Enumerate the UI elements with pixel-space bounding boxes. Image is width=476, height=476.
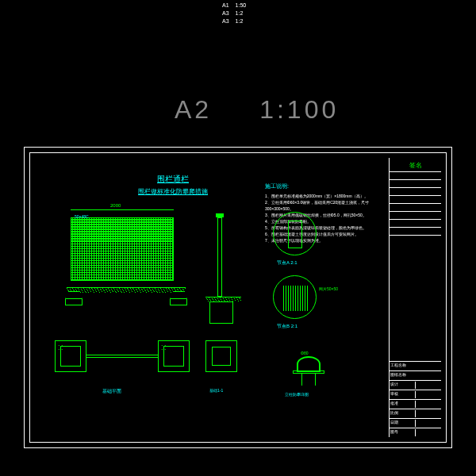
tb-number: 图号 [390,429,416,436]
post-body [217,217,222,297]
tb-approve: 批准 [390,401,416,408]
post-cap-detail: Φ80 立柱防攀详图 [281,352,336,400]
fence-elevation: 2000 50×48C [59,217,186,321]
detail-b-circle [273,275,317,319]
paper-scale-legend: A11:50 A31:2 A31:2 [222,2,246,25]
tb-date: 日期 [390,420,416,427]
plan-label: 基础平面 [102,388,121,395]
post-footing-plan [205,340,237,372]
title-main: 围栏通栏 [138,174,208,185]
foundation-plan: ∘ ∘∘ ∘ ∘ ∘∘ ∘ 基础平面 [55,340,190,404]
drawing-frame-outer: 围栏通栏 围栏做标准化防攀爬措施 施工说明: 1、围栏单元标准规格为2000mm… [24,147,452,448]
titleblock-header: 签名 [390,158,441,172]
cap-dome-inner [298,358,319,370]
tb-row [390,228,441,236]
legend-scale: 1:50 [236,2,247,10]
detail-a-circle [273,212,317,255]
titleblock: 签名 工程名称 图纸名称 设计 审核 批准 比例 日期 图号 [389,158,441,437]
detail-b-mesh [283,286,309,311]
tb-row [390,204,441,212]
footing-plan-right: ∘ ∘∘ ∘ [158,340,190,372]
drawing-title: 围栏通栏 围栏做标准化防攀爬措施 [138,174,208,196]
sheet-indicator: A21:100 [175,95,339,125]
footing-plan-left: ∘ ∘∘ ∘ [55,340,86,372]
drawing-canvas: 围栏通栏 围栏做标准化防攀爬措施 施工说明: 1、围栏单元标准规格为2000mm… [35,158,389,437]
legend-size: A3 [222,10,229,17]
detail-a-label: 节点A 2:1 [277,259,298,267]
titleblock-lower: 工程名称 图纸名称 设计 审核 批准 比例 日期 图号 [390,361,441,437]
tb-row [390,220,441,228]
sheet-scale-value: 1:100 [259,95,339,124]
dimension-span: 2000 [110,203,121,208]
tb-project: 工程名称 [390,361,441,370]
tb-row [390,180,441,188]
drawing-frame-inner: 围栏通栏 围栏做标准化防攀爬措施 施工说明: 1、围栏单元标准规格为2000mm… [29,152,447,443]
dimension-inner: 50×48C [75,214,89,219]
footing-left [65,291,83,307]
title-sub: 围栏做标准化防攀爬措施 [138,187,208,196]
tb-drawing: 图纸名称 [390,370,441,380]
tb-check: 审核 [390,391,416,398]
tb-row [390,172,441,180]
note-item: 2、立柱采用Φ60×3.0钢管，基础采用C20混凝土浇筑，尺寸300×300×5… [265,199,386,212]
note-item: 1、围栏单元标准规格为2000mm（宽）×1800mm（高）。 [265,193,386,199]
notes-header: 施工说明: [265,182,386,190]
post-section [202,217,241,352]
tb-scale: 比例 [390,410,416,417]
cap-pipe [301,374,316,386]
ground-hatch [67,288,186,293]
post-plan-label: 基础1-1 [209,388,223,393]
ground-line [67,287,186,294]
tb-row [390,196,441,204]
fence-mesh-panel [71,217,174,281]
sheet-size: A2 [175,95,212,124]
legend-size: A1 [222,2,229,10]
detail-b-label: 节点B 2:1 [277,323,298,330]
legend-scale: 1:2 [236,17,244,25]
detail-a-mesh [296,221,302,248]
cap-label: 立柱防攀详图 [285,392,309,397]
tb-design: 设计 [390,382,416,389]
tb-row [390,212,441,220]
footing-right [170,291,187,307]
detail-b-leader: 网片50×50 [319,286,338,291]
dimension-line [71,209,174,210]
legend-size: A3 [222,17,229,25]
post-footing [209,301,233,324]
tb-row [390,188,441,196]
beam-plan [86,355,158,358]
legend-scale: 1:2 [236,10,244,17]
cap-dimension: Φ80 [301,351,309,355]
